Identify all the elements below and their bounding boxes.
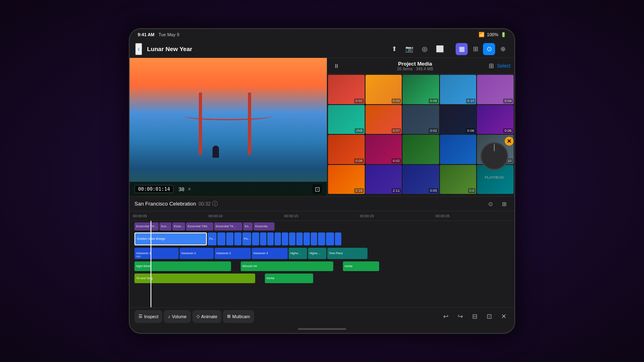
voiceover-3[interactable]: Voiceover 3 (252, 248, 288, 259)
voiceover-1[interactable]: Voiceover 1 (134, 248, 179, 259)
video-clip-15[interactable] (311, 232, 317, 245)
video-clip-9[interactable] (267, 232, 274, 245)
delete-button[interactable]: ✕ (497, 311, 510, 323)
yin-yang-clip[interactable]: Yin and Yang (134, 274, 255, 283)
video-clip-12[interactable] (289, 232, 295, 245)
voiceover-2b[interactable]: Voiceover 2 (215, 248, 251, 259)
video-clip-2[interactable]: Pu… (208, 232, 217, 245)
time-piece[interactable]: Time Piece (327, 248, 367, 259)
magic-button[interactable]: ◎ (419, 43, 431, 55)
animate-button[interactable]: ◇ Animate (192, 310, 221, 323)
project-tool-1[interactable]: ⊙ (485, 199, 496, 209)
main-area: 00:00:01:14 38 ✕ ⊡ ⏸ Project Media 26 It… (130, 58, 514, 196)
video-clip-13[interactable] (296, 232, 303, 245)
apps-button[interactable]: ⊙ (483, 43, 495, 55)
thumb-duration-4: 0:04 (503, 99, 513, 103)
inertia-clip-1[interactable]: Inertia (343, 261, 379, 271)
fullscreen-button[interactable]: ⊡ (312, 184, 322, 194)
photos-button[interactable]: ▦ (456, 43, 468, 55)
video-clip-8[interactable] (260, 232, 266, 245)
media-thumb-11[interactable]: 0:02 (365, 135, 402, 164)
video-clip-5[interactable] (234, 232, 242, 245)
media-thumb-18[interactable]: 0:0 (440, 165, 477, 194)
export-button[interactable]: ⬜ (434, 43, 446, 55)
ruler-label-0: 00:00:05 (133, 214, 147, 218)
media-grid-button[interactable]: ⊞ (489, 62, 494, 70)
video-clip-6[interactable]: Pu… (242, 232, 251, 245)
quality-number: 38 (178, 186, 184, 192)
title-clip-2[interactable]: Ess… (159, 222, 171, 230)
files-button[interactable]: ⊞ (469, 43, 481, 55)
media-thumb-2[interactable]: 0:09 (402, 75, 439, 104)
video-clip-17[interactable] (326, 232, 334, 245)
trim-button[interactable]: ⊡ (483, 311, 495, 323)
media-thumb-10[interactable]: 0:08 (328, 135, 365, 164)
video-clip-4[interactable] (226, 232, 233, 245)
close-playhead-button[interactable]: ✕ (505, 137, 514, 146)
inertia-clip-2[interactable]: Inertia (265, 274, 313, 283)
volume-button[interactable]: ♪ Volume (164, 310, 190, 323)
media-thumb-5[interactable]: chdi (328, 105, 365, 134)
voiceover-2[interactable]: Voiceover 2 (180, 248, 214, 259)
media-thumb-0[interactable]: 0:02 (328, 75, 365, 104)
media-thumb-15[interactable]: 0:18 (328, 165, 365, 194)
media-thumb-13[interactable] (440, 135, 477, 164)
video-clip-3[interactable] (217, 232, 225, 245)
video-clip-10[interactable] (275, 232, 281, 245)
project-info-button[interactable]: ⓘ (212, 200, 218, 208)
media-thumb-17[interactable]: 0:05 (402, 165, 439, 194)
more-button[interactable]: ⊕ (497, 43, 509, 55)
media-thumb-7[interactable]: 0:02 (402, 105, 439, 134)
video-clip-main[interactable]: Golden Gate Bridge (134, 232, 207, 245)
video-clip-7[interactable] (252, 232, 259, 245)
media-thumb-8[interactable]: 0:06 (440, 105, 477, 134)
media-thumb-6[interactable]: 0:07 (365, 105, 402, 134)
highway-1[interactable]: Highw… (289, 248, 307, 259)
title-clip-1[interactable]: Essential Titl… (134, 222, 159, 230)
pause-button[interactable]: ⏸ (331, 61, 342, 71)
title-clip-4[interactable]: Essential Title (186, 222, 213, 230)
media-thumb-1[interactable]: 0:03 (365, 75, 402, 104)
multicam-icon: ⊞ (227, 314, 231, 319)
bottom-section: San Francisco Celebration 00:32 ⓘ ⊙ ⊞ 00… (130, 196, 514, 325)
project-duration: 00:32 (198, 201, 211, 207)
multicam-button[interactable]: ⊞ Multicam (223, 310, 254, 323)
media-thumb-16[interactable]: 2:11 (365, 165, 402, 194)
video-clip-11[interactable] (282, 232, 288, 245)
media-browser-title: Project Media (342, 61, 489, 67)
media-thumb-4[interactable]: 0:04 (477, 75, 514, 104)
video-clip-16[interactable] (318, 232, 325, 245)
camera-button[interactable]: 📷 (403, 43, 415, 55)
media-thumb-3[interactable]: 0:10 (440, 75, 477, 104)
playhead-dial[interactable] (480, 142, 508, 170)
media-browser: ⏸ Project Media 26 Items · 349.4 MB ⊞ Se… (327, 58, 514, 196)
inspect-button[interactable]: ☰ Inspect (134, 310, 162, 323)
media-select-button[interactable]: Select (497, 63, 510, 69)
playhead-label: PLAYHEAD (485, 175, 504, 179)
multicam-label: Multicam (232, 314, 250, 319)
animate-label: Animate (201, 314, 217, 319)
media-header: ⏸ Project Media 26 Items · 349.4 MB ⊞ Se… (327, 58, 514, 74)
video-clip-14[interactable] (303, 232, 310, 245)
split-button[interactable]: ⊟ (469, 311, 481, 323)
timeline-tracks: Essential Titl… Ess… Esse… Essential Tit… (130, 221, 514, 307)
title-clip-6[interactable]: Es… (243, 222, 253, 230)
title-clip-5[interactable]: Essential Tit… (214, 222, 242, 230)
whoosh-hit-clip[interactable]: Whoosh Hit (241, 261, 333, 271)
media-thumb-12[interactable] (402, 135, 439, 164)
share-button[interactable]: ⬆ (388, 43, 400, 55)
title-clip-7[interactable]: Essentia (254, 222, 275, 230)
playhead-line (151, 221, 151, 307)
title-clip-3[interactable]: Esse… (172, 222, 185, 230)
media-thumb-9[interactable]: 0:06 (477, 105, 514, 134)
thumb-duration-3: 0:10 (466, 99, 476, 103)
project-tool-2[interactable]: ⊞ (499, 199, 510, 209)
redo-button[interactable]: ↪ (454, 311, 466, 323)
undo-button[interactable]: ↩ (440, 311, 452, 323)
highway-2[interactable]: Highw… (308, 248, 326, 259)
back-button[interactable]: ‹ (135, 43, 142, 55)
video-clip-18[interactable] (335, 232, 341, 245)
thumb-duration-1: 0:03 (392, 99, 401, 103)
toolbar-right: ↩ ↪ ⊟ ⊡ ✕ (440, 311, 510, 323)
night-winds-clip[interactable]: Night Winds (134, 261, 231, 271)
